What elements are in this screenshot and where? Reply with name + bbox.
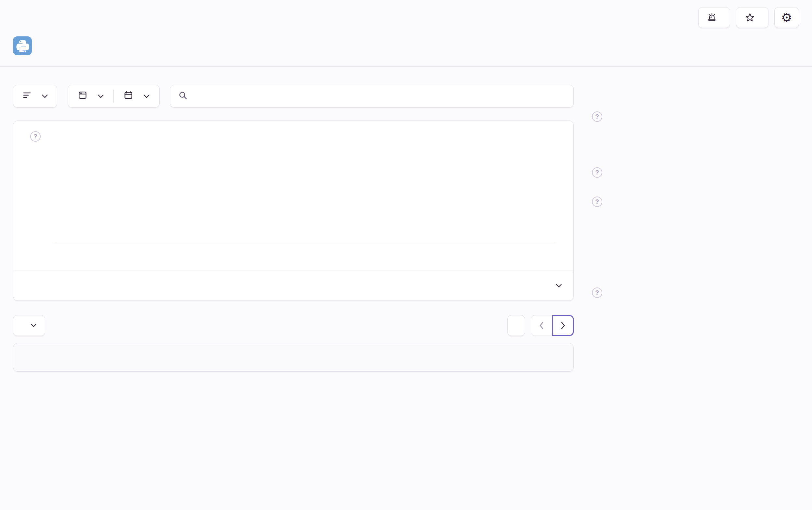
failure-rate-heading: ?	[587, 288, 799, 298]
duration-breakdown-card: ?	[13, 121, 574, 301]
duration-chart-plot[interactable]	[53, 156, 556, 244]
gear-icon: ⚙	[781, 11, 792, 24]
status-breakdown-heading: ?	[587, 167, 799, 178]
date-range-dropdown[interactable]	[114, 85, 159, 107]
chevron-down-icon	[144, 94, 149, 98]
window-icon	[78, 90, 87, 102]
user-misery-heading: ?	[587, 112, 799, 122]
help-icon[interactable]: ?	[592, 167, 602, 178]
create-alert-button[interactable]	[698, 7, 730, 28]
search-icon	[178, 91, 188, 102]
python-icon	[13, 36, 32, 55]
chevron-down-icon	[556, 284, 562, 288]
title-row	[0, 28, 812, 55]
content: ?	[0, 67, 812, 371]
events-table-header	[13, 343, 573, 371]
chart-x-axis	[53, 247, 556, 264]
filter-dropdown[interactable]	[13, 85, 57, 108]
calendar-icon	[123, 90, 133, 102]
search-bar[interactable]	[170, 85, 574, 108]
sidebar: ? ? ? ?	[587, 85, 799, 300]
help-icon[interactable]: ?	[30, 131, 40, 142]
chevron-left-icon	[539, 322, 544, 329]
filter-row	[13, 85, 574, 108]
topbar-actions: ⚙	[698, 7, 799, 28]
page-filter-group	[68, 85, 160, 108]
apdex-sparkline	[587, 213, 799, 274]
help-icon[interactable]: ?	[592, 112, 602, 122]
events-table	[13, 343, 574, 371]
star-icon	[745, 12, 755, 23]
environment-dropdown[interactable]	[68, 85, 113, 107]
top-bar: ⚙	[0, 0, 812, 28]
display-selector-row	[13, 271, 573, 300]
help-icon[interactable]: ?	[592, 197, 602, 207]
siren-icon	[707, 13, 717, 22]
view-all-events-button[interactable]	[508, 315, 525, 336]
apdex-heading: ?	[587, 197, 799, 207]
user-misery-score-bar	[587, 130, 799, 146]
transactions-filter-dropdown[interactable]	[13, 315, 45, 336]
help-icon[interactable]: ?	[592, 288, 602, 298]
chevron-down-icon	[42, 94, 48, 98]
filter-lines-icon	[23, 91, 32, 101]
search-input[interactable]	[194, 92, 566, 101]
next-page-button[interactable]	[552, 315, 574, 336]
chevron-down-icon	[98, 94, 104, 98]
star-for-team-button[interactable]	[736, 7, 768, 28]
events-toolbar	[13, 315, 574, 336]
previous-page-button[interactable]	[531, 315, 552, 336]
transaction-summary-page: ⚙	[0, 0, 812, 510]
main-column: ?	[13, 85, 574, 371]
settings-button[interactable]: ⚙	[774, 7, 799, 28]
chevron-down-icon	[31, 324, 36, 327]
pagination	[531, 315, 574, 336]
chevron-right-icon	[561, 322, 565, 329]
